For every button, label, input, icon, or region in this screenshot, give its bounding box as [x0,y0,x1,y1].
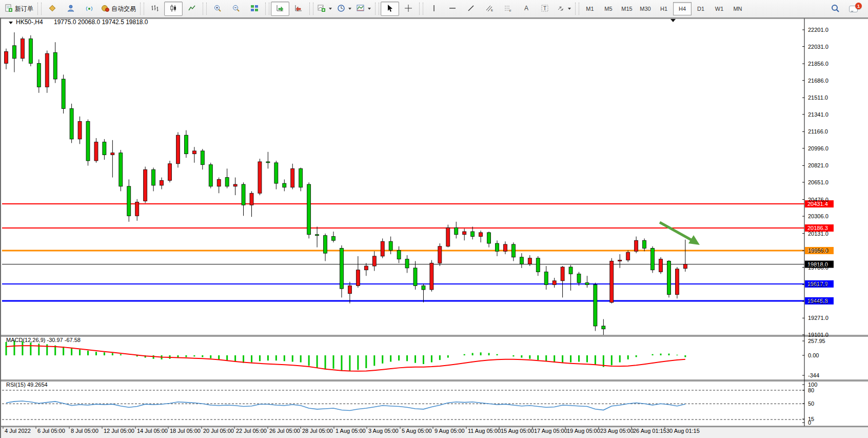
chart-shift-button[interactable] [289,2,308,16]
price-axis-label: 22031.0 [808,44,828,50]
zoom-in-button[interactable] [208,2,227,16]
time-axis-label[interactable]: 3 Aug 05:00 [368,428,399,434]
candle [307,184,311,235]
candle [643,240,646,248]
candlestick-chart-button[interactable] [164,2,183,16]
time-axis-label[interactable]: 12 Jul 05:00 [104,428,134,434]
crosshair-button[interactable] [399,2,418,16]
time-axis-label[interactable]: 23 Aug 05:00 [600,428,634,434]
timeframe-button-mn[interactable]: MN [728,2,747,15]
time-axis-label[interactable]: 18 Jul 05:00 [170,428,201,434]
market-watch-button[interactable] [43,2,62,16]
timeframe-button-m5[interactable]: M5 [599,2,618,15]
candle [626,252,630,260]
text-label-button[interactable]: T [536,2,554,16]
auto-scroll-button[interactable] [271,2,289,16]
mt4-trading-terminal: 新订单 自动交易 [0,0,868,438]
time-axis-label[interactable]: 4 Jul 2022 [5,428,31,434]
time-axis-label[interactable]: 30 Aug 01:15 [666,428,700,434]
time-axis-label[interactable]: 19 Aug 05:00 [567,428,600,434]
shapes-button[interactable] [554,2,574,16]
time-axis-label[interactable]: 6 Jul 05:00 [37,428,65,434]
fibonacci-button[interactable]: F [499,2,517,16]
text-label-icon: T [541,4,549,14]
price-axis-label: 21166.0 [808,128,828,135]
indicators-button[interactable] [315,2,334,16]
rsi-axis-label: 0 [808,420,811,426]
time-axis-label[interactable]: 26 Jul 05:00 [269,428,300,434]
timeframe-button-d1[interactable]: D1 [692,2,710,15]
candle [324,236,327,253]
candle [438,246,442,263]
candle [62,79,65,108]
time-axis-label[interactable]: 17 Aug 05:00 [534,428,567,434]
price-axis-label: 19956.0 [808,247,828,254]
cursor-button[interactable] [381,2,399,16]
candle [413,268,417,285]
timeframe-button-m15[interactable]: M15 [618,2,636,15]
chart-window[interactable]: HK50-,H4 19775.0 20068.0 19742.5 19818.0… [0,18,868,438]
trendline-button[interactable] [462,2,480,16]
community-button[interactable] [62,2,80,16]
periods-button[interactable] [334,2,354,16]
vertical-line-button[interactable] [425,2,443,16]
time-axis-label[interactable]: 26 Aug 01:15 [633,428,666,434]
price-axis-label: 19271.0 [808,315,828,321]
candle [356,270,360,286]
candle [430,263,433,290]
timeframe-button-h1[interactable]: H1 [655,2,673,15]
bar-chart-button[interactable] [146,2,164,16]
time-axis-label[interactable]: 11 Aug 05:00 [468,428,501,434]
text-button[interactable]: A [517,2,536,16]
price-axis-label: 22201.0 [808,27,828,33]
search-button[interactable] [826,2,844,16]
price-axis-label: 21686.0 [808,78,828,84]
line-chart-icon [188,4,196,14]
time-axis-label[interactable]: 28 Jul 05:00 [302,428,333,434]
timeframe-button-m30[interactable]: M30 [636,2,655,15]
price-axis-label: 21341.0 [808,111,828,118]
time-axis-label[interactable]: 20 Jul 05:00 [203,428,234,434]
zoom-out-button[interactable] [227,2,245,16]
candle [511,244,515,257]
candle [561,267,564,281]
time-axis-label[interactable]: 5 Aug 05:00 [402,428,432,434]
channel-icon: E [485,4,494,14]
candle [348,285,351,293]
horizontal-level-lines[interactable]: 20431.420186.319957.119818.019617.919445… [2,200,834,304]
candlestick-chart-icon [169,4,177,14]
candle [397,250,401,259]
timeframe-button-h4[interactable]: H4 [673,2,692,15]
timeframe-button-w1[interactable]: W1 [710,2,728,15]
price-axis-label: 20996.0 [808,145,828,151]
search-icon [831,4,840,14]
signals-button[interactable] [80,2,98,16]
symbol-dropdown-icon[interactable] [9,22,13,24]
svg-text:A: A [524,5,528,12]
time-axis-label[interactable]: 22 Jul 05:00 [236,428,267,434]
autotrading-button[interactable]: 自动交易 [98,2,139,16]
notifications-button[interactable]: 1 [849,3,861,15]
candlestick-series [5,32,687,335]
rsi-axis-label: 50 [808,401,814,407]
price-axis-label: 20821.0 [808,162,828,168]
horizontal-line-button[interactable] [443,2,462,16]
time-axis-label[interactable]: 8 Jul 05:00 [71,428,98,434]
line-chart-button[interactable] [183,2,201,16]
templates-button[interactable] [354,2,373,16]
trend-arrow-annotation[interactable] [660,222,700,245]
candle [389,241,392,250]
equidistant-channel-button[interactable]: E [480,2,499,16]
time-axis-label[interactable]: 1 Aug 05:00 [336,428,366,434]
candle [340,249,343,289]
new-order-button[interactable]: 新订单 [2,2,36,16]
timeframe-button-m1[interactable]: M1 [581,2,599,15]
chart-title-ohlc: 19775.0 20068.0 19742.5 19818.0 [54,18,148,26]
candle [274,163,278,183]
tile-windows-button[interactable] [245,2,264,16]
time-axis-label[interactable]: 14 Jul 05:00 [137,428,168,434]
time-axis-label[interactable]: 15 Aug 05:00 [501,428,534,434]
time-axis-label[interactable]: 9 Aug 05:00 [435,428,465,434]
candle [21,39,24,58]
candle [332,237,336,241]
